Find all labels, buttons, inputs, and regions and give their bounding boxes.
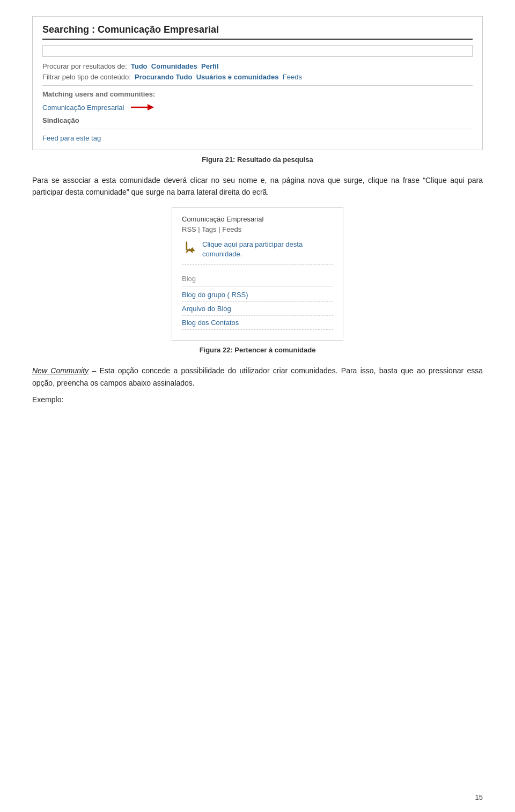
blog-link2[interactable]: Arquivo do Blog: [182, 305, 333, 316]
filter-link-usuarios[interactable]: Usuários e comunidades: [196, 73, 279, 81]
new-community-paragraph: New Community – Esta opção concede a pos…: [32, 365, 483, 389]
filter-row1-label: Procurar por resultados de:: [42, 62, 127, 70]
clique-aqui-link[interactable]: Clique aqui para participar desta comuni…: [202, 240, 333, 259]
new-community-body-text: – Esta opção concede a possibilidade do …: [32, 366, 483, 387]
filter-row2-label: Filtrar pelo tipo de conteúdo:: [42, 73, 131, 81]
feed-link[interactable]: Feed para este tag: [42, 134, 101, 142]
feeds-link[interactable]: Feeds: [222, 225, 241, 233]
filter-row1: Procurar por resultados de: Tudo Comunid…: [42, 62, 473, 70]
brown-arrow-icon: [182, 240, 198, 256]
red-arrow-icon: [128, 101, 155, 113]
sindicacao-text: Sindicação: [42, 116, 473, 124]
blog-link1[interactable]: Blog do grupo ( RSS): [182, 291, 333, 302]
blog-link3[interactable]: Blog dos Contatos: [182, 319, 333, 330]
rss-tags-feeds-row: RSS | Tags | Feeds: [182, 225, 333, 233]
svg-marker-1: [148, 104, 154, 110]
filter-row2: Filtrar pelo tipo de conteúdo: Procurand…: [42, 73, 473, 81]
body-paragraph1: Para se associar a esta comunidade dever…: [32, 174, 483, 198]
blog-divider: [182, 286, 333, 286]
community-link[interactable]: Comunicação Empresarial: [42, 104, 124, 112]
figure21-box: Searching : Comunicação Empresarial Proc…: [32, 16, 483, 150]
divider2: [42, 129, 473, 129]
blog-label: Blog: [182, 275, 333, 283]
divider1: [42, 85, 473, 86]
tags-link[interactable]: Tags: [202, 225, 216, 233]
filter-link-perfil[interactable]: Perfil: [201, 62, 219, 70]
figure22-caption-text: Figura 22: Pertencer à comunidade: [200, 346, 316, 354]
filter-link-tudo[interactable]: Tudo: [131, 62, 148, 70]
exemplo-text: Exemplo:: [32, 395, 483, 404]
figure22-caption: Figura 22: Pertencer à comunidade: [32, 346, 483, 354]
figure21-caption-text: Figura 21: Resultado da pesquisa: [202, 156, 313, 164]
figure21-title: Searching : Comunicação Empresarial: [42, 24, 473, 40]
filter-link-comunidades[interactable]: Comunidades: [151, 62, 197, 70]
figure22-container: Comunicação Empresarial RSS | Tags | Fee…: [32, 207, 483, 341]
filter-link-procurando[interactable]: Procurando Tudo: [135, 73, 192, 81]
blog-section: Blog Blog do grupo ( RSS) Arquivo do Blo…: [182, 272, 333, 330]
new-community-label: New Community: [32, 366, 89, 375]
figure21-caption: Figura 21: Resultado da pesquisa: [32, 156, 483, 164]
community-link-row: Comunicação Empresarial: [42, 101, 473, 113]
figure22-box: Comunicação Empresarial RSS | Tags | Fee…: [172, 207, 343, 341]
rss-link[interactable]: RSS: [182, 225, 196, 233]
filter-link-feeds[interactable]: Feeds: [283, 73, 302, 81]
sep2: |: [217, 225, 223, 233]
search-input[interactable]: [42, 45, 473, 57]
figure22-community-title: Comunicação Empresarial: [182, 215, 333, 223]
clique-aqui-section: Clique aqui para participar desta comuni…: [182, 240, 333, 265]
sep1: |: [196, 225, 202, 233]
page-number: 15: [475, 793, 483, 801]
matching-header: Matching users and communities:: [42, 90, 473, 98]
